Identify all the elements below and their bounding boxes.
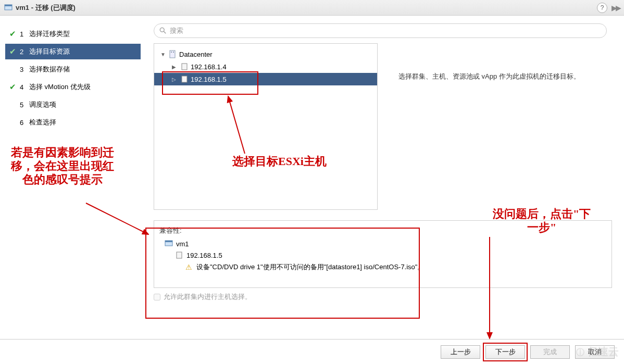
search-placeholder: 搜索 <box>170 26 183 35</box>
finish-button: 完成 <box>530 345 570 359</box>
title-bar: vm1 - 迁移 (已调度) ? ▶▶ <box>0 0 624 16</box>
wizard-step-5[interactable]: 5 调度选项 <box>5 97 141 112</box>
resource-tree: ▼ Datacenter ▶ 192.168.1.4 ▷ 192.168.1.5 <box>154 43 378 210</box>
compat-vm: vm1 <box>176 240 189 248</box>
svg-rect-10 <box>165 241 172 242</box>
next-button[interactable]: 下一步 <box>485 345 525 359</box>
wizard-step-6[interactable]: 6 检查选择 <box>5 115 141 130</box>
compatibility-panel: 兼容性: vm1 192.168.1.5 ⚠ 设备"CD/DVD drive 1… <box>154 220 612 288</box>
svg-point-2 <box>160 28 164 32</box>
vm-icon <box>4 4 13 12</box>
compat-warning: 设备"CD/DVD drive 1"使用不可访问的备用"[datastore1]… <box>196 262 424 272</box>
tree-host-2[interactable]: ▷ 192.168.1.5 <box>154 73 377 85</box>
allow-host-checkbox-row: 允许此群集内进行主机选择。 <box>154 292 616 302</box>
wizard-step-2[interactable]: ✔ 2 选择目标资源 <box>5 44 141 59</box>
watermark: ⓘ 亿速云 <box>576 345 619 359</box>
check-icon: ✔ <box>9 82 20 92</box>
tree-datacenter[interactable]: ▼ Datacenter <box>154 48 377 60</box>
svg-rect-6 <box>173 52 174 53</box>
svg-rect-7 <box>182 64 187 70</box>
back-button[interactable]: 上一步 <box>441 345 480 359</box>
footer-buttons: 上一步 下一步 完成 取消 <box>0 339 624 364</box>
wizard-steps: ✔ 1 选择迁移类型 ✔ 2 选择目标资源 3 选择数据存储 ✔ 4 选择 vM… <box>0 16 146 338</box>
compat-host: 192.168.1.5 <box>186 252 222 259</box>
host-icon <box>175 251 183 259</box>
wizard-step-3[interactable]: 3 选择数据存储 <box>5 61 141 77</box>
host-icon <box>180 62 189 71</box>
expand-icon[interactable]: ▷ <box>172 77 178 82</box>
datacenter-icon <box>169 50 177 58</box>
svg-rect-11 <box>177 252 182 258</box>
warning-icon: ⚠ <box>185 263 192 271</box>
svg-rect-8 <box>182 76 187 82</box>
check-icon: ✔ <box>9 29 20 39</box>
collapse-icon[interactable]: ▼ <box>160 52 167 57</box>
expand-icon[interactable]: ▶▶ <box>611 4 620 12</box>
host-icon <box>180 75 189 83</box>
search-icon <box>159 27 167 34</box>
wizard-step-4[interactable]: ✔ 4 选择 vMotion 优先级 <box>5 79 141 95</box>
compat-title: 兼容性: <box>159 226 606 235</box>
svg-rect-1 <box>5 5 12 6</box>
vm-icon <box>165 240 173 248</box>
window-title: vm1 - 迁移 (已调度) <box>16 3 76 12</box>
wizard-step-1[interactable]: ✔ 1 选择迁移类型 <box>5 26 141 42</box>
svg-rect-4 <box>170 51 175 58</box>
svg-line-3 <box>164 31 166 33</box>
allow-host-checkbox <box>154 294 160 300</box>
instruction-text: 选择群集、主机、资源池或 vApp 作为此虚拟机的迁移目标。 <box>398 72 596 210</box>
help-icon[interactable]: ? <box>597 3 607 13</box>
search-input[interactable]: 搜索 <box>154 23 607 38</box>
check-icon: ✔ <box>9 47 20 56</box>
tree-host-1[interactable]: ▶ 192.168.1.4 <box>154 60 377 73</box>
expand-icon[interactable]: ▶ <box>172 64 178 70</box>
svg-rect-5 <box>171 52 172 53</box>
content-pane: 搜索 ▼ Datacenter ▶ 192.168.1.4 ▷ <box>146 16 624 338</box>
